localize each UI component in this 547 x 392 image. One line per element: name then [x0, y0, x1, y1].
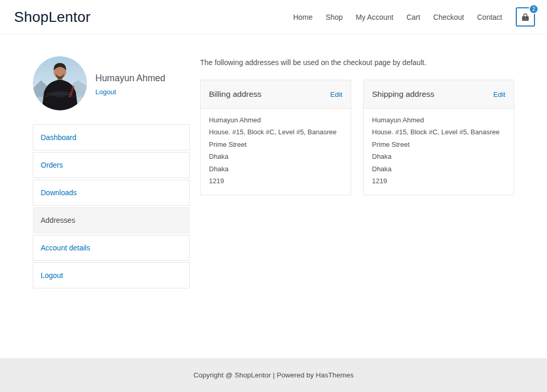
- address-line: Dhaka: [372, 150, 505, 162]
- sidebar-item-orders[interactable]: Orders: [33, 152, 190, 178]
- avatar: TANJIM: [33, 56, 87, 110]
- cart-count-badge: 2: [529, 4, 539, 14]
- sidebar-item-account-details[interactable]: Account details: [33, 235, 190, 261]
- nav-item-shop[interactable]: Shop: [326, 13, 343, 21]
- nav-item-my-account[interactable]: My Account: [356, 13, 393, 21]
- main-nav: Home Shop My Account Cart Checkout Conta…: [293, 13, 502, 21]
- shipping-card-header: Shipping address Edit: [364, 80, 514, 109]
- billing-address-body: Humayun Ahmed House. #15, Block #C, Leve…: [201, 109, 351, 192]
- address-line: House. #15, Block #C, Level #5, Banasree…: [372, 126, 505, 150]
- nav-item-cart[interactable]: Cart: [406, 13, 420, 21]
- shipping-edit-link[interactable]: Edit: [493, 91, 505, 98]
- footer-copyright-text: Copyright @ ShopLentor | Powered by HasT…: [193, 371, 354, 379]
- site-header: ShopLentor Home Shop My Account Cart Che…: [0, 0, 547, 34]
- billing-address-card: Billing address Edit Humayun Ahmed House…: [200, 80, 351, 195]
- address-line: Dhaka: [372, 163, 505, 175]
- nav-item-contact[interactable]: Contact: [477, 13, 502, 21]
- cart-button[interactable]: 2: [516, 7, 535, 27]
- profile-name: Humayun Ahmed: [95, 73, 165, 84]
- address-line: Dhaka: [209, 150, 342, 162]
- address-line: 1219: [209, 175, 342, 187]
- sidebar-item-logout[interactable]: Logout: [33, 262, 190, 288]
- billing-card-title: Billing address: [209, 90, 262, 99]
- billing-edit-link[interactable]: Edit: [330, 91, 342, 98]
- address-line: 1219: [372, 175, 505, 187]
- shipping-card-title: Shipping address: [372, 90, 434, 99]
- site-logo[interactable]: ShopLentor: [14, 9, 91, 26]
- shopping-bag-icon: [520, 11, 531, 22]
- shipping-address-body: Humayun Ahmed House. #15, Block #C, Leve…: [364, 109, 514, 192]
- billing-card-header: Billing address Edit: [201, 80, 351, 109]
- profile-logout-link[interactable]: Logout: [95, 88, 116, 96]
- nav-item-checkout[interactable]: Checkout: [433, 13, 464, 21]
- address-line: Dhaka: [209, 163, 342, 175]
- sidebar-item-downloads[interactable]: Downloads: [33, 180, 190, 206]
- nav-item-home[interactable]: Home: [293, 13, 313, 21]
- shipping-address-card: Shipping address Edit Humayun Ahmed Hous…: [363, 80, 514, 195]
- address-line: House. #15, Block #C, Level #5, Banasree…: [209, 126, 342, 150]
- addresses-intro-text: The following addresses will be used on …: [200, 58, 426, 67]
- sidebar-item-dashboard[interactable]: Dashboard: [33, 124, 190, 150]
- address-line: Humayun Ahmed: [372, 114, 505, 126]
- sidebar-item-addresses[interactable]: Addresses: [33, 207, 190, 233]
- account-nav: Dashboard Orders Downloads Addresses Acc…: [33, 124, 190, 290]
- address-line: Humayun Ahmed: [209, 114, 342, 126]
- site-footer: Copyright @ ShopLentor | Powered by HasT…: [0, 358, 547, 392]
